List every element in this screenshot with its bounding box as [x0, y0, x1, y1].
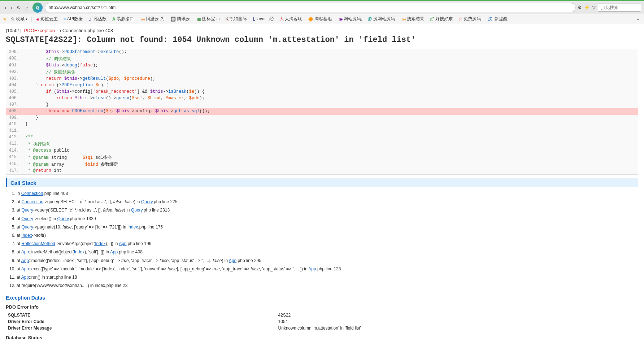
- code-line: 411.: [6, 128, 638, 134]
- browser-logo: Q: [32, 3, 43, 13]
- error-code: [10501]: [6, 28, 21, 33]
- line-number: 399.: [6, 49, 22, 56]
- code-line: 401. $this->debug(false);: [6, 62, 638, 69]
- bookmark-haohao[interactable]: 好 好搜好东: [428, 15, 455, 23]
- line-number: 413.: [6, 141, 22, 148]
- bookmark-label: 图标宝-ic: [202, 16, 220, 22]
- bookmark-free-source[interactable]: ☆ 免费源码-: [456, 15, 484, 23]
- line-content: throw new PDOException($e, $this->config…: [22, 108, 638, 115]
- db-field-label: Error Code: [6, 343, 511, 344]
- page-content: [10501] PDOException in Connection.php l…: [0, 24, 644, 344]
- code-line: 410.}: [6, 121, 638, 128]
- yiyuan-icon: A: [112, 17, 116, 22]
- line-content: return $this->getResult($pdo, $procedure…: [22, 76, 638, 82]
- error-title: SQLSTATE[42S22]: Column not found: 1054 …: [6, 35, 638, 44]
- bookmark-website-code[interactable]: ◉ 网站源码,: [337, 15, 364, 23]
- reload-button[interactable]: ↻: [15, 4, 23, 11]
- bookmark-rainbow[interactable]: ◈ 彩虹云主: [34, 15, 60, 23]
- address-bar[interactable]: [49, 5, 571, 10]
- bookmark-source[interactable]: 源 源网站源码-: [366, 15, 399, 23]
- aofan-icon: DI: [88, 17, 92, 21]
- search-input[interactable]: [598, 4, 641, 12]
- bookmarks-bar: ★ ☆ 收藏 ▾ | ◈ 彩虹云主 ≡ API数据 DI 凡达数 A 易源接口-…: [0, 14, 644, 24]
- bookmark-taoke[interactable]: 🔶 淘客基地-: [306, 15, 335, 23]
- bookmark-search-results[interactable]: ◎ 搜索结果: [400, 15, 426, 23]
- line-content: [22, 128, 638, 134]
- settings-icon[interactable]: ⚙: [578, 5, 582, 10]
- pdo-field-label: SQLSTATE: [6, 312, 276, 318]
- back-button[interactable]: ‹: [3, 4, 8, 11]
- line-content: $this->PDOStatement->execute();: [22, 49, 638, 56]
- bookmark-kaite[interactable]: K 凯特国际: [223, 15, 249, 23]
- home-button[interactable]: ⌂: [23, 4, 30, 11]
- db-section-title: Database Status: [6, 335, 638, 340]
- line-number: 408.: [6, 108, 22, 115]
- line-number: 401.: [6, 62, 22, 69]
- bolt-icon[interactable]: ⚡: [584, 5, 590, 10]
- address-bar-wrapper[interactable]: [45, 3, 575, 12]
- line-content: }: [22, 121, 638, 128]
- expand-icon[interactable]: ▽: [592, 5, 596, 10]
- bookmark-label: [新提醒: [493, 16, 508, 22]
- browser-icons: ⚙ ⚡ ▽: [578, 5, 596, 10]
- line-content: // 调试结果: [22, 56, 638, 62]
- call-stack-title: Call Stack: [6, 178, 638, 187]
- pdo-field-label: Driver Error Code: [6, 318, 276, 325]
- layui-icon: L: [253, 17, 255, 22]
- db-field-value: 10501: [511, 343, 638, 344]
- line-content: return $this->close()->query($sql, $bind…: [22, 95, 638, 102]
- call-stack-item: at Query->query('SELECT `c`.*,m.id as...…: [17, 207, 638, 214]
- bookmarks-more[interactable]: »: [634, 16, 641, 22]
- bookmark-label: 网站源码,: [344, 16, 362, 22]
- line-number: 405.: [6, 89, 22, 95]
- call-stack-item: at Query->select() in Query.php line 133…: [17, 215, 638, 222]
- pdo-field-value: 1054: [276, 318, 638, 325]
- code-line: 402. // 返回结果集: [6, 69, 638, 76]
- line-number: 417.: [6, 168, 22, 174]
- bookmark-icon-star: ★: [3, 17, 7, 22]
- line-content: if ($this->config['break_reconnect'] && …: [22, 89, 638, 95]
- code-line: 409. }: [6, 115, 638, 121]
- datao-icon: 大: [279, 16, 284, 22]
- bookmark-aliyun[interactable]: ◎ 阿里云-为: [139, 15, 167, 23]
- line-content: $this->debug(false);: [22, 62, 638, 69]
- pdo-data-row: SQLSTATE42S22: [6, 312, 638, 318]
- exception-link[interactable]: PDOException: [24, 28, 55, 33]
- pdo-data-table: SQLSTATE42S22Driver Error Code1054Driver…: [6, 312, 638, 331]
- line-number: 410.: [6, 121, 22, 128]
- bookmark-datao[interactable]: 大 大淘客联: [277, 15, 304, 23]
- code-line: 412./**: [6, 134, 638, 141]
- bookmark-icontb[interactable]: ▦ 图标宝-ic: [195, 15, 222, 23]
- line-number: 402.: [6, 69, 22, 76]
- bookmark-label: 凯特国际: [230, 16, 247, 22]
- bookmark-aofan[interactable]: DI 凡达数: [86, 15, 109, 23]
- line-number: 415.: [6, 154, 22, 161]
- bookmark-yiyuan[interactable]: A 易源接口-: [110, 15, 138, 23]
- call-stack-item: at ReflectionMethod->invokeArgs(object(I…: [17, 240, 638, 247]
- bookmark-label: 大淘客联: [285, 16, 302, 22]
- bookmark-collections[interactable]: ☆ 收藏 ▾: [8, 15, 30, 23]
- bookmark-tencent[interactable]: 🔲 腾讯云-: [168, 15, 193, 23]
- call-stack-item: in Connection.php line 408: [17, 190, 638, 197]
- forward-button[interactable]: ›: [9, 4, 14, 11]
- bookmark-new-tip[interactable]: 沈 [新提醒: [486, 15, 510, 23]
- rainbow-icon: ◈: [36, 17, 39, 22]
- code-line: 407. }: [6, 102, 638, 108]
- bookmark-label: 搜索结果: [407, 16, 424, 22]
- api-icon: ≡: [64, 17, 66, 22]
- bookmark-label: 免费源码-: [464, 16, 482, 22]
- code-line: 399. $this->PDOStatement->execute();: [6, 49, 638, 56]
- error-badge: [10501] PDOException in Connection.php l…: [6, 28, 638, 33]
- line-content: /**: [22, 134, 638, 141]
- line-content: }: [22, 115, 638, 121]
- bookmark-label: ☆ 收藏: [10, 16, 25, 22]
- code-line: 403. return $this->getResult($pdo, $proc…: [6, 76, 638, 82]
- pdo-field-value: Unknown column 'm.attestation' in 'field…: [276, 325, 638, 331]
- kaite-icon: K: [225, 17, 229, 22]
- bookmark-label: 源网站源码-: [373, 16, 396, 22]
- bookmark-api[interactable]: ≡ API数据: [61, 15, 85, 23]
- code-line: 400. // 调试结果: [6, 56, 638, 62]
- call-stack-item: at App::run() in start.php line 18: [17, 274, 638, 281]
- line-content: } catch (\PDOException $e) {: [22, 82, 638, 89]
- bookmark-layui[interactable]: L layui - 经: [251, 15, 276, 23]
